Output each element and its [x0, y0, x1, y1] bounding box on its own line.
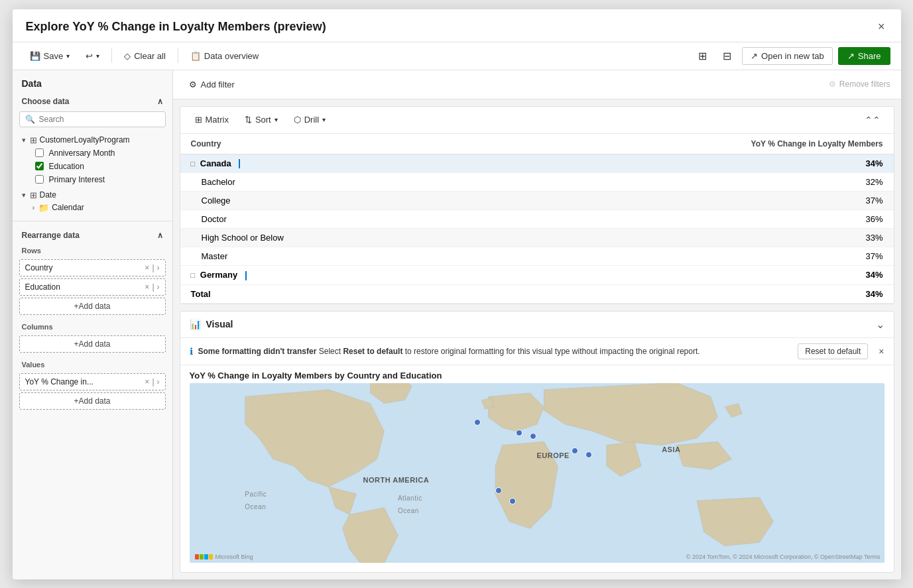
- rearrange-collapse-icon[interactable]: ∧: [157, 231, 163, 240]
- split-view-button[interactable]: ⊟: [717, 46, 737, 66]
- country-pill-separator: |: [152, 263, 154, 272]
- visual-title-row: 📊 Visual: [190, 319, 233, 329]
- yoy-pill-expand-icon[interactable]: ›: [157, 377, 160, 386]
- data-section-title: Data: [13, 78, 172, 94]
- row-country: Doctor: [180, 210, 485, 229]
- grid-icon: ⊞: [698, 50, 707, 62]
- date-tree-expand-icon: ▾: [22, 191, 26, 200]
- table-row: □ Canada 34%: [180, 154, 894, 173]
- choose-data-collapse-icon[interactable]: ∧: [157, 97, 163, 106]
- row-value: 34%: [485, 284, 893, 303]
- col-yoy-header: YoY % Change in Loyalty Members: [485, 134, 893, 154]
- matrix-toolbar: ⊞ Matrix ⇅ Sort ▾ ⬡ Drill ▾ ⌃⌃: [180, 107, 894, 134]
- customer-tree-label: CustomerLoyaltyProgram: [40, 135, 130, 145]
- map-chart-title: YoY % Change in Loyalty Members by Count…: [180, 365, 894, 383]
- country-pill-expand-icon[interactable]: ›: [157, 263, 160, 272]
- matrix-header-row: Country YoY % Change in Loyalty Members: [180, 134, 894, 154]
- bing-logo: [195, 554, 213, 559]
- education-pill-expand-icon[interactable]: ›: [157, 282, 160, 292]
- country-pill: Country × | ›: [19, 259, 166, 276]
- expand-icon[interactable]: □: [191, 271, 196, 279]
- date-tree-label: Date: [40, 190, 56, 200]
- rows-add-data-button[interactable]: +Add data: [19, 298, 166, 315]
- primary-interest-item[interactable]: Primary Interest: [13, 173, 172, 186]
- open-new-tab-button[interactable]: ↗ Open in new tab: [742, 47, 833, 65]
- values-add-data-button[interactable]: +Add data: [19, 392, 166, 410]
- yoy-pill-actions[interactable]: × | ›: [145, 377, 159, 386]
- columns-add-data-button[interactable]: +Add data: [19, 335, 166, 353]
- anniversary-month-item[interactable]: Anniversary Month: [13, 147, 172, 160]
- yoy-pill: YoY % Change in... × | ›: [19, 373, 166, 390]
- anniversary-month-label: Anniversary Month: [49, 148, 115, 158]
- rearrange-title: Rearrange data ∧: [13, 228, 172, 243]
- yoy-pill-remove-icon[interactable]: ×: [145, 377, 149, 386]
- map-dot: [509, 498, 516, 504]
- remove-filters-button[interactable]: ⚙ Remove filters: [829, 80, 890, 89]
- tree-date[interactable]: ▾ ⊞ Date: [13, 189, 172, 202]
- primary-interest-checkbox[interactable]: [35, 175, 44, 184]
- visual-collapse-button[interactable]: ⌄: [876, 318, 884, 331]
- clear-all-button[interactable]: ◇ Clear all: [117, 48, 172, 64]
- share-icon: ↗: [847, 51, 855, 61]
- row-value: 34%: [485, 154, 893, 173]
- education-pill: Education × | ›: [19, 278, 166, 296]
- calendar-expand-icon: ›: [32, 204, 35, 211]
- education-pill-actions[interactable]: × | ›: [145, 282, 159, 292]
- matrix-title-button[interactable]: ⊞ Matrix: [188, 112, 235, 127]
- close-button[interactable]: ×: [873, 17, 890, 36]
- country-pill-label: Country: [25, 263, 53, 272]
- tree-calendar[interactable]: › 📁 Calendar: [13, 202, 172, 214]
- country-pill-actions[interactable]: × | ›: [145, 263, 159, 272]
- europe-label: EUROPE: [537, 451, 570, 459]
- choose-data-title: Choose data ∧: [13, 94, 172, 109]
- main-layout: Data Choose data ∧ 🔍 ▾ ⊞ CustomerLoyalty…: [13, 70, 901, 579]
- sort-button[interactable]: ⇅ Sort ▾: [238, 112, 284, 127]
- sort-icon: ⇅: [245, 115, 252, 125]
- expand-icon[interactable]: □: [191, 160, 196, 168]
- search-input[interactable]: [39, 115, 160, 124]
- primary-interest-label: Primary Interest: [49, 175, 105, 184]
- undo-button[interactable]: ↩ ▾: [79, 48, 106, 64]
- share-button[interactable]: ↗ Share: [838, 47, 890, 65]
- grid-view-button[interactable]: ⊞: [693, 46, 712, 66]
- matrix-table: Country YoY % Change in Loyalty Members …: [180, 134, 894, 304]
- toolbar-separator-1: [111, 48, 112, 63]
- format-warning-close-button[interactable]: ×: [879, 346, 884, 357]
- education-item[interactable]: Education: [13, 160, 172, 173]
- row-label: Germany: [200, 270, 237, 280]
- tree-customer[interactable]: ▾ ⊞ CustomerLoyaltyProgram: [13, 134, 172, 147]
- table-row: High School or Below 33%: [180, 229, 894, 247]
- matrix-icon: ⊞: [195, 115, 202, 125]
- row-value: 37%: [485, 247, 893, 266]
- drill-button[interactable]: ⬡ Drill ▾: [287, 112, 332, 127]
- save-button[interactable]: 💾 Save ▾: [23, 48, 77, 64]
- yoy-pill-label: YoY % Change in...: [25, 377, 93, 386]
- save-icon: 💾: [30, 51, 40, 61]
- toolbar-right: ⊞ ⊟ ↗ Open in new tab ↗ Share: [693, 46, 890, 66]
- row-value: 32%: [485, 173, 893, 192]
- country-pill-remove-icon[interactable]: ×: [145, 263, 149, 272]
- search-box: 🔍: [19, 111, 166, 127]
- visual-chart-icon: 📊: [190, 319, 201, 329]
- columns-label: Columns: [13, 319, 172, 333]
- reset-default-button[interactable]: Reset to default: [798, 343, 868, 359]
- map-dot: [474, 419, 481, 426]
- row-value: 33%: [485, 229, 893, 247]
- table-row: Bachelor 32%: [180, 173, 894, 192]
- matrix-collapse-button[interactable]: ⌃⌃: [859, 112, 886, 128]
- row-country: High School or Below: [180, 229, 485, 247]
- clear-icon: ◇: [124, 51, 131, 61]
- sidebar: Data Choose data ∧ 🔍 ▾ ⊞ CustomerLoyalty…: [13, 70, 173, 579]
- format-warning-detail: Select Reset to default to restore origi…: [319, 347, 700, 356]
- data-overview-button[interactable]: 📋 Data overview: [184, 48, 265, 64]
- education-checkbox[interactable]: [35, 162, 44, 170]
- add-filter-button[interactable]: ⚙ Add filter: [184, 77, 240, 92]
- visual-section-title: Visual: [206, 319, 233, 329]
- map-dot: [572, 447, 578, 454]
- calendar-label: Calendar: [52, 203, 84, 212]
- matrix-title: Matrix: [206, 115, 229, 125]
- sort-chevron: ▾: [274, 116, 278, 123]
- anniversary-month-checkbox[interactable]: [35, 148, 44, 157]
- education-pill-remove-icon[interactable]: ×: [145, 282, 149, 292]
- customer-tree-expand-icon: ▾: [22, 136, 26, 145]
